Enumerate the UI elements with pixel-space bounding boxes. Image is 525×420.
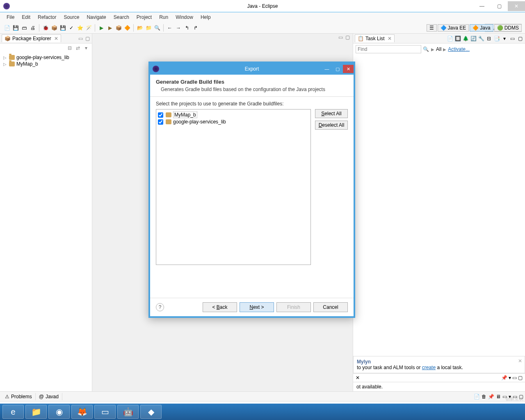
save-icon[interactable]: 💾 <box>12 24 19 32</box>
close-icon[interactable]: ✕ <box>388 36 392 41</box>
menu-refactor[interactable]: Refactor <box>34 14 59 21</box>
perspective-java[interactable]: 🔶 Java <box>470 24 493 32</box>
perspective-ddms[interactable]: 🟢 DDMS <box>494 24 522 32</box>
menu-help[interactable]: Help <box>197 14 214 21</box>
dialog-minimize-button[interactable]: — <box>322 65 332 73</box>
print-icon[interactable]: 🖨 <box>29 24 37 32</box>
open-type-icon[interactable]: 📦 <box>50 24 58 32</box>
new-package-icon[interactable]: 📦 <box>115 24 122 32</box>
menu-navigate[interactable]: Navigate <box>83 14 109 21</box>
open-perspective-button[interactable]: ☰ <box>427 24 437 32</box>
menu-window[interactable]: Window <box>172 14 196 21</box>
menu-icon[interactable]: ▾ <box>501 35 508 42</box>
javadoc-tab[interactable]: @Javad <box>36 393 62 400</box>
create-link[interactable]: create <box>422 365 436 370</box>
open-project-icon[interactable]: 📁 <box>145 24 152 32</box>
cancel-button[interactable]: Cancel <box>313 302 348 312</box>
back-button[interactable]: < Back <box>203 302 237 312</box>
close-icon[interactable]: ✕ <box>518 358 522 364</box>
dialog-maximize-button[interactable]: ▢ <box>332 65 343 73</box>
view-minimize-icon[interactable]: ▭ <box>509 35 516 42</box>
nav-prev-icon[interactable]: ↰ <box>183 24 191 32</box>
task-list-tab[interactable]: 📋 Task List ✕ <box>355 34 395 42</box>
nav-forward-icon[interactable]: → <box>175 24 182 32</box>
project-checkbox[interactable] <box>158 119 163 125</box>
wand-icon[interactable]: 🪄 <box>85 24 92 32</box>
open-folder-icon[interactable]: 📂 <box>136 24 144 32</box>
menu-run[interactable]: Run <box>156 14 171 21</box>
task-find-input[interactable] <box>356 45 421 53</box>
tree-item[interactable]: ▷google-play-services_lib <box>3 54 89 61</box>
display-icon[interactable]: 🖥 <box>496 394 501 399</box>
search-icon[interactable]: 🔍 <box>153 24 161 32</box>
project-checkbox-item[interactable]: MyMap_b <box>158 111 309 119</box>
star-icon[interactable]: ⭐ <box>76 24 84 32</box>
menu-file[interactable]: File <box>3 14 18 21</box>
lock-icon[interactable]: 📌 <box>488 394 494 399</box>
dialog-titlebar[interactable]: Export — ▢ ✕ <box>150 63 354 75</box>
project-checkbox[interactable] <box>158 112 163 118</box>
new-task-icon[interactable]: 📄 <box>447 35 453 42</box>
editor-maximize-icon[interactable]: ▢ <box>345 34 350 40</box>
view-maximize-icon[interactable]: ▢ <box>518 375 523 381</box>
debug-icon[interactable]: 🐞 <box>42 24 49 32</box>
collapse-all-icon[interactable]: ⊟ <box>66 45 73 51</box>
ext-tools-icon[interactable]: ▶ <box>106 24 114 32</box>
task-icon[interactable]: ✓ <box>68 24 75 32</box>
package-explorer-tab[interactable]: 📦 Package Explorer ✕ <box>2 34 61 42</box>
deselect-all-button[interactable]: Deselect All <box>315 121 348 130</box>
nav-next-icon[interactable]: ↱ <box>192 24 199 32</box>
window-minimize-button[interactable]: — <box>473 1 491 11</box>
filter-icon[interactable]: 🔧 <box>478 35 484 42</box>
window-close-button[interactable]: ✕ <box>508 1 525 11</box>
new-icon[interactable]: 📄 <box>3 24 11 32</box>
search-icon[interactable]: 🔍 <box>423 46 429 52</box>
save-disk-icon[interactable]: 💾 <box>59 24 66 32</box>
dialog-close-button[interactable]: ✕ <box>343 65 354 73</box>
editor-minimize-icon[interactable]: ▭ <box>338 34 343 40</box>
link-editor-icon[interactable]: ⇄ <box>75 45 81 51</box>
help-icon[interactable]: ? <box>156 303 164 311</box>
menu-project[interactable]: Project <box>133 14 155 21</box>
all-link[interactable]: All <box>436 46 441 52</box>
run-icon[interactable]: ▶ <box>98 24 105 32</box>
project-checkbox-item[interactable]: google-play-services_lib <box>158 119 309 125</box>
projects-listbox[interactable]: MyMap_b google-play-services_lib <box>156 109 311 265</box>
taskbar-android-icon[interactable]: 🤖 <box>117 405 139 419</box>
tree-item[interactable]: ▷MyMap_b <box>3 61 89 67</box>
view-menu-icon[interactable]: ▾ <box>509 375 511 381</box>
nav-back-icon[interactable]: ← <box>166 24 173 32</box>
menu-source[interactable]: Source <box>60 14 82 21</box>
categorize-icon[interactable]: 🔲 <box>454 35 461 42</box>
new-class-icon[interactable]: 🔶 <box>123 24 131 32</box>
collapse-icon[interactable]: ⊟ <box>486 35 492 42</box>
save-all-icon[interactable]: 🗃 <box>21 24 28 32</box>
next-button[interactable]: Next > <box>240 302 274 312</box>
view-minimize-icon[interactable]: ▭ <box>512 375 517 381</box>
taskbar-window-icon[interactable]: ▭ <box>94 405 116 419</box>
select-all-button[interactable]: SSelect Allelect All <box>315 109 348 118</box>
taskbar-chrome-icon[interactable]: ◉ <box>48 405 70 419</box>
sync-icon[interactable]: 🔄 <box>470 35 477 42</box>
view-maximize-icon[interactable]: ▢ <box>84 36 90 41</box>
taskbar-explorer-icon[interactable]: 📁 <box>25 405 47 419</box>
menu-edit[interactable]: Edit <box>18 14 34 21</box>
view-minimize-icon[interactable]: ▭ <box>78 36 83 41</box>
view-menu-icon[interactable]: ▾ <box>83 45 89 51</box>
view-maximize-icon[interactable]: ▢ <box>517 35 523 42</box>
close-icon[interactable]: ✕ <box>54 36 58 41</box>
console-icon[interactable]: 📄 <box>474 394 480 399</box>
activate-link[interactable]: Activate... <box>448 46 470 52</box>
problems-tab[interactable]: ⚠Problems <box>2 393 36 400</box>
menu-search[interactable]: Search <box>110 14 132 21</box>
taskbar-eclipse-icon[interactable]: ◆ <box>140 405 162 419</box>
outline-tab-icon[interactable]: ✕ <box>356 375 360 381</box>
pin-icon[interactable]: 📌 <box>501 375 507 381</box>
taskbar-ie-icon[interactable]: e <box>2 405 24 419</box>
taskbar-firefox-icon[interactable]: 🦊 <box>71 405 93 419</box>
focus-icon[interactable]: 📑 <box>493 35 500 42</box>
clear-icon[interactable]: 🗑 <box>482 394 486 399</box>
window-maximize-button[interactable]: ▢ <box>491 1 508 11</box>
tree-icon[interactable]: 🌲 <box>462 35 469 42</box>
perspective-javaee[interactable]: 🔷 Java EE <box>438 24 469 32</box>
